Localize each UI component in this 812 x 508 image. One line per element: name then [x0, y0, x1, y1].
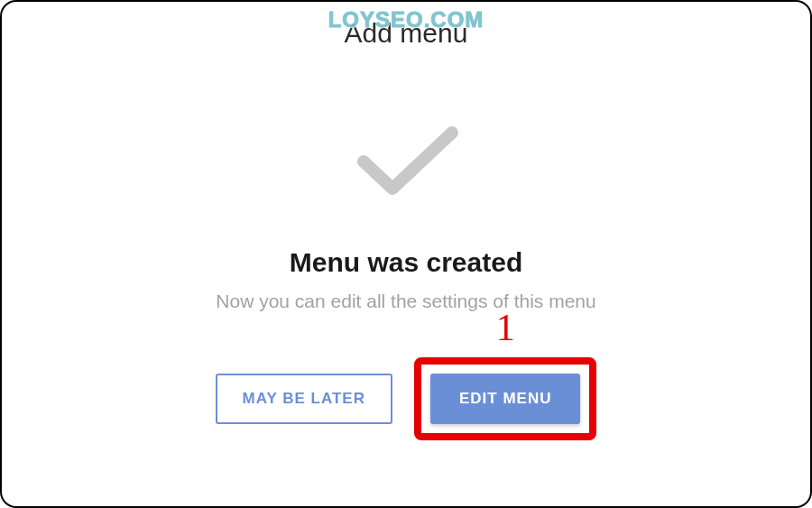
edit-menu-button[interactable]: EDIT MENU: [430, 374, 581, 424]
success-heading: Menu was created: [290, 247, 522, 278]
button-row: MAY BE LATER 1 EDIT MENU: [216, 357, 597, 440]
modal-title: Add menu: [345, 18, 468, 49]
modal-container: LOYSEO.COM Add menu Menu was created Now…: [0, 0, 812, 508]
success-subtext: Now you can edit all the settings of thi…: [216, 291, 595, 312]
may-be-later-button[interactable]: MAY BE LATER: [216, 374, 392, 424]
highlight-box: 1 EDIT MENU: [414, 357, 597, 440]
annotation-number: 1: [496, 306, 515, 349]
checkmark-icon: [346, 116, 467, 207]
